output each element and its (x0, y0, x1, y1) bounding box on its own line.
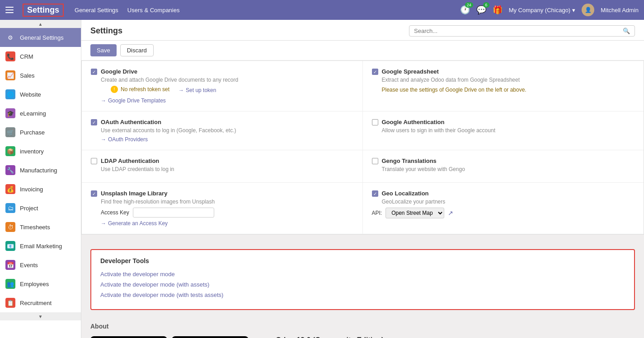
ldap-header: LDAP Authentication (91, 157, 353, 164)
discard-button[interactable]: Discard (120, 44, 154, 56)
sidebar-label: Website (20, 91, 41, 98)
generate-access-key-link[interactable]: Generate an Access Key (101, 220, 353, 227)
set-token-link[interactable]: Set up token (179, 87, 216, 93)
unsplash-desc: Find free high-resolution images from Un… (101, 199, 353, 205)
activate-developer-mode-link[interactable]: Activate the developer mode (100, 271, 625, 278)
gengo-checkbox[interactable] (372, 158, 378, 164)
access-key-input[interactable] (133, 208, 214, 218)
google-drive-desc: Create and attach Google Drive documents… (101, 77, 353, 83)
app-store-badge[interactable]: Download on the App Store (172, 336, 249, 338)
sidebar-item-email-marketing[interactable]: 📧 Email Marketing (0, 236, 81, 255)
save-button[interactable]: Save (90, 44, 117, 56)
sidebar-item-events[interactable]: 📅 Events (0, 255, 81, 274)
api-select[interactable]: Open Street Map Google Maps (385, 208, 444, 218)
google-auth-checkbox[interactable] (372, 119, 378, 125)
company-name: My Company (Chicago) (509, 7, 571, 14)
messages-badge: 6 (483, 2, 489, 8)
sidebar-item-purchase[interactable]: 🛒 Purchase (0, 123, 81, 142)
google-drive-header: Google Drive (91, 68, 353, 75)
access-key-label: Access Key (101, 209, 129, 216)
sidebar-item-recruitment[interactable]: 📋 Recruitment (0, 293, 81, 312)
activities-badge: 24 (465, 2, 473, 8)
sidebar-item-timesheets[interactable]: ⏱ Timesheets (0, 218, 81, 236)
nav-users-companies[interactable]: Users & Companies (127, 7, 180, 14)
chevron-down-icon: ▾ (572, 7, 575, 14)
hamburger-menu[interactable] (5, 4, 18, 16)
ldap-desc: Use LDAP credentials to log in (101, 166, 353, 172)
search-icon[interactable]: 🔍 (623, 28, 630, 34)
activate-developer-mode-tests-link[interactable]: Activate the developer mode (with tests … (100, 292, 625, 298)
sidebar-label: CRM (20, 53, 33, 60)
email-marketing-icon: 📧 (5, 241, 15, 251)
google-auth-desc: Allow users to sign in with their Google… (382, 127, 635, 134)
warning-text: No refresh token set (121, 86, 169, 93)
sidebar-item-elearning[interactable]: 🎓 eLearning (0, 104, 81, 123)
gengo-header: Gengo Translations (372, 157, 635, 164)
sidebar-item-general-settings[interactable]: ⚙ General Settings (0, 28, 81, 47)
user-name: Mitchell Admin (601, 7, 639, 14)
ldap-checkbox[interactable] (91, 158, 97, 164)
sidebar-label: inventory (20, 148, 44, 155)
sidebar-item-inventory[interactable]: 📦 inventory (0, 142, 81, 161)
elearning-icon: 🎓 (5, 108, 15, 118)
activate-developer-mode-assets-link[interactable]: Activate the developer mode (with assets… (100, 281, 625, 288)
google-play-badge[interactable]: ▶ GET IT ON Google Play (90, 336, 167, 338)
sidebar-label: Events (20, 262, 38, 269)
sidebar-label: Email Marketing (20, 243, 62, 250)
google-auth-header: Google Authentication (372, 119, 635, 125)
oauth-providers-link[interactable]: OAuth Providers (101, 136, 353, 143)
activities-icon[interactable]: 🕐 24 (460, 5, 470, 15)
warning-box: ! No refresh token set (111, 86, 169, 93)
manufacturing-icon: 🔧 (5, 165, 15, 175)
recruitment-icon: 📋 (5, 298, 15, 308)
sidebar-item-project[interactable]: 🗂 Project (0, 199, 81, 218)
developer-tools-wrapper: Developer Tools Activate the developer m… (81, 235, 644, 310)
google-drive-title: Google Drive (101, 68, 137, 75)
sidebar-label: Invoicing (20, 186, 43, 193)
sidebar-label: Manufacturing (20, 167, 57, 174)
gift-icon[interactable]: 🎁 (493, 5, 503, 15)
company-selector[interactable]: My Company (Chicago) ▾ (509, 7, 576, 14)
sidebar-item-manufacturing[interactable]: 🔧 Manufacturing (0, 161, 81, 180)
sidebar-item-website[interactable]: 🌐 Website (0, 85, 81, 104)
google-drive-template-link[interactable]: Google Drive Templates (101, 97, 353, 104)
scroll-down[interactable]: ▼ (0, 312, 81, 320)
sidebar-label: eLearning (20, 110, 46, 117)
unsplash-checkbox[interactable] (91, 190, 97, 197)
avatar[interactable]: 👤 (582, 4, 594, 16)
sidebar-item-employees[interactable]: 👥 Employees (0, 274, 81, 293)
warning-icon: ! (111, 86, 118, 93)
search-bar: 🔍 (409, 25, 635, 37)
google-drive-warning-row: ! No refresh token set Set up token (101, 86, 353, 95)
gengo-title: Gengo Translations (382, 157, 437, 164)
gengo-section: Gengo Translations Translate your websit… (363, 150, 644, 182)
google-spreadsheet-checkbox[interactable] (372, 69, 378, 75)
sidebar-item-invoicing[interactable]: 💰 Invoicing (0, 180, 81, 199)
oauth-header: OAuth Authentication (91, 119, 353, 125)
search-input[interactable] (414, 28, 623, 34)
unsplash-header: Unsplash Image Library (91, 190, 353, 197)
external-link-icon[interactable]: ↗ (448, 209, 453, 217)
oauth-checkbox[interactable] (91, 119, 97, 125)
sidebar: ▲ ⚙ General Settings 📞 CRM 📈 Sales 🌐 Web… (0, 20, 81, 338)
google-spreadsheet-desc: Extract and analyze Odoo data from Googl… (382, 77, 635, 83)
sidebar-label: Sales (20, 72, 35, 79)
google-drive-checkbox[interactable] (91, 69, 97, 75)
scroll-up[interactable]: ▲ (0, 20, 81, 28)
sidebar-label: Recruitment (20, 300, 52, 306)
oauth-section: OAuth Authentication Use external accoun… (82, 111, 363, 150)
sidebar-item-sales[interactable]: 📈 Sales (0, 66, 81, 85)
project-icon: 🗂 (5, 203, 15, 213)
geo-section: Geo Localization GeoLocalize your partne… (363, 183, 644, 234)
sidebar-label: Purchase (20, 129, 45, 136)
google-auth-title: Google Authentication (382, 119, 445, 125)
nav-links: General Settings Users & Companies (75, 7, 179, 14)
geo-checkbox[interactable] (372, 190, 378, 197)
messages-icon[interactable]: 💬 6 (476, 5, 486, 15)
access-key-row: Access Key (101, 208, 353, 218)
sidebar-item-crm[interactable]: 📞 CRM (0, 47, 81, 66)
developer-tools-section: Developer Tools Activate the developer m… (90, 249, 635, 310)
google-spreadsheet-section: Google Spreadsheet Extract and analyze O… (363, 61, 644, 111)
ldap-section: LDAP Authentication Use LDAP credentials… (82, 150, 363, 182)
nav-general-settings[interactable]: General Settings (75, 7, 118, 14)
